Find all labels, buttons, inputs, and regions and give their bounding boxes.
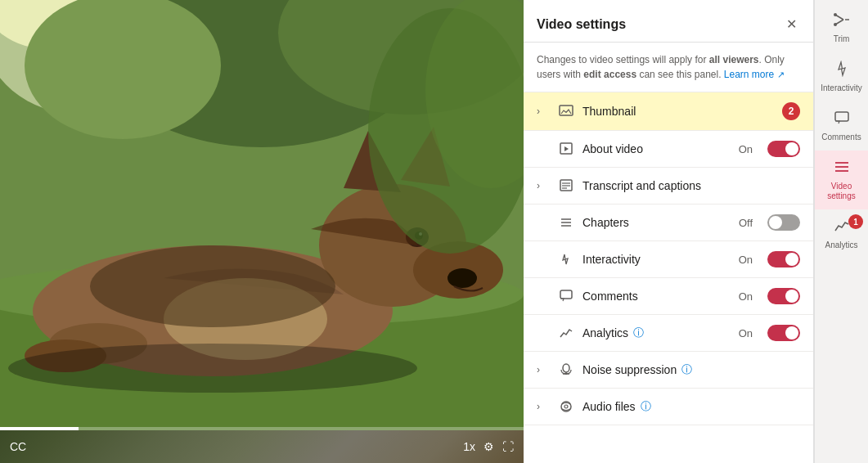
settings-title: Video settings: [537, 17, 626, 32]
close-button[interactable]: ✕: [783, 13, 800, 35]
audio-files-label: Audio files ⓘ: [582, 399, 800, 414]
speed-button[interactable]: 1x: [463, 440, 475, 453]
svg-point-16: [447, 268, 477, 288]
settings-row-audio-files[interactable]: › Audio files ⓘ: [524, 389, 813, 425]
comments-label: Comments: [582, 290, 731, 303]
sidebar-item-interactivity[interactable]: Interactivity: [815, 52, 868, 101]
comments-status: On: [739, 290, 753, 303]
settings-row-thumbnail[interactable]: › Thumbnail 2: [524, 92, 813, 131]
settings-row-about-video[interactable]: › About video On: [524, 131, 813, 168]
settings-row-transcript[interactable]: › Transcript and captions: [524, 168, 813, 205]
video-player: CC 1x ⚙ ⛶: [0, 0, 524, 463]
svg-point-39: [834, 13, 837, 16]
analytics-toggle[interactable]: [767, 325, 800, 341]
comments-toggle[interactable]: [767, 288, 800, 304]
svg-rect-34: [560, 290, 572, 299]
chevron-icon-audio: ›: [537, 401, 550, 412]
svg-point-20: [90, 245, 335, 327]
settings-description: Changes to video settings will apply for…: [524, 43, 813, 92]
sidebar-item-trim[interactable]: Trim: [815, 3, 868, 52]
comments-sidebar-icon: [834, 110, 850, 130]
sidebar-item-analytics[interactable]: Analytics 1: [815, 209, 868, 258]
captions-button[interactable]: CC: [10, 440, 26, 453]
about-video-label: About video: [582, 142, 731, 155]
analytics-icon: [558, 325, 574, 341]
svg-point-40: [834, 23, 837, 26]
settings-button[interactable]: ⚙: [483, 440, 494, 453]
settings-row-chapters[interactable]: › Chapters Off: [524, 205, 813, 241]
interactivity-status: On: [739, 254, 753, 266]
svg-rect-42: [835, 112, 848, 121]
audio-files-info-icon[interactable]: ⓘ: [641, 399, 651, 414]
external-link-icon: ↗: [777, 70, 785, 79]
svg-marker-26: [564, 146, 569, 151]
comments-sidebar-label: Comments: [821, 133, 861, 142]
svg-point-21: [8, 344, 417, 393]
video-settings-sidebar-label: Video settings: [820, 182, 863, 201]
noise-suppression-info-icon[interactable]: ⓘ: [681, 362, 692, 377]
analytics-status: On: [739, 327, 753, 339]
about-video-toggle[interactable]: [767, 141, 800, 157]
settings-row-noise-suppression[interactable]: › Noise suppression ⓘ: [524, 352, 813, 389]
settings-row-interactivity[interactable]: › Interactivity On: [524, 241, 813, 278]
interactivity-sidebar-icon: [834, 61, 850, 81]
thumbnail-icon: [558, 103, 574, 119]
trim-label: Trim: [834, 34, 850, 44]
audio-files-icon: [558, 398, 574, 415]
about-video-status: On: [739, 143, 753, 155]
sidebar-icons: Trim Interactivity Comments Video settin…: [814, 0, 868, 463]
interactivity-label: Interactivity: [582, 253, 731, 266]
video-controls: CC 1x ⚙ ⛶: [0, 430, 524, 463]
svg-point-38: [564, 405, 568, 408]
thumbnail-label: Thumbnail: [582, 105, 774, 118]
analytics-sidebar-badge: 1: [848, 214, 863, 229]
transcript-icon: [558, 178, 574, 194]
settings-header: Video settings ✕: [524, 0, 813, 43]
settings-panel: Video settings ✕ Changes to video settin…: [524, 0, 814, 463]
chevron-icon-transcript: ›: [537, 180, 550, 191]
chapters-icon: [558, 214, 574, 231]
sidebar-item-video-settings[interactable]: Video settings: [815, 151, 868, 209]
interactivity-sidebar-label: Interactivity: [821, 83, 862, 93]
settings-row-comments[interactable]: › Comments On: [524, 278, 813, 315]
interactivity-icon: [558, 251, 574, 267]
svg-point-35: [563, 364, 569, 372]
about-video-icon: [558, 141, 574, 157]
sidebar-item-comments[interactable]: Comments: [815, 101, 868, 151]
analytics-sidebar-label: Analytics: [825, 240, 857, 250]
chapters-status: Off: [739, 217, 753, 229]
trim-icon: [834, 11, 850, 32]
noise-suppression-icon: [558, 362, 574, 378]
analytics-sidebar-icon: [834, 218, 850, 238]
chapters-label: Chapters: [582, 216, 731, 229]
video-settings-sidebar-icon: [834, 159, 850, 179]
analytics-info-icon[interactable]: ⓘ: [633, 326, 644, 340]
interactivity-toggle[interactable]: [767, 251, 800, 267]
noise-suppression-label: Noise suppression ⓘ: [582, 362, 800, 377]
chevron-icon: ›: [537, 106, 550, 117]
learn-more-link[interactable]: Learn more: [724, 69, 774, 80]
transcript-label: Transcript and captions: [582, 179, 800, 192]
comments-icon: [558, 288, 574, 304]
chapters-toggle[interactable]: [767, 214, 800, 231]
analytics-label: Analytics ⓘ: [582, 326, 731, 340]
settings-row-analytics[interactable]: › Analytics ⓘ On: [524, 315, 813, 352]
fullscreen-button[interactable]: ⛶: [502, 440, 514, 453]
chevron-icon-noise: ›: [537, 364, 550, 375]
thumbnail-badge: 2: [782, 102, 800, 120]
